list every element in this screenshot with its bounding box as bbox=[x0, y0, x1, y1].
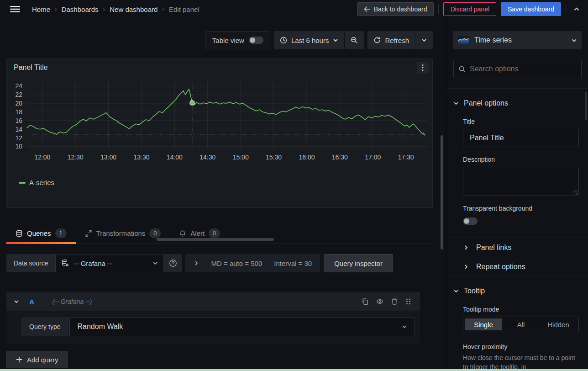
breadcrumb-separator bbox=[161, 5, 165, 13]
refresh-interval-dropdown[interactable] bbox=[415, 31, 433, 49]
back-to-dashboard-button[interactable]: Back to dashboard bbox=[357, 2, 434, 16]
breadcrumb-home[interactable]: Home bbox=[32, 5, 50, 13]
tab-queries[interactable]: Queries 1 bbox=[6, 223, 76, 244]
panel-links-label: Panel links bbox=[476, 244, 511, 252]
refresh-icon bbox=[373, 37, 381, 44]
chevron-down-icon bbox=[421, 37, 427, 43]
trash-icon bbox=[391, 298, 398, 305]
breadcrumb: Home Dashboards New dashboard Edit panel bbox=[32, 5, 200, 13]
title-label: Title bbox=[463, 118, 582, 125]
bottom-accent-bar bbox=[0, 369, 588, 371]
query-row-header[interactable]: A (-- Grafana --) bbox=[6, 292, 420, 311]
svg-text:12:30: 12:30 bbox=[68, 154, 84, 161]
svg-text:13:00: 13:00 bbox=[100, 154, 116, 161]
collapse-header-button[interactable] bbox=[571, 3, 583, 15]
clock-icon bbox=[280, 37, 287, 44]
tooltip-section-header[interactable]: Tooltip bbox=[453, 285, 485, 297]
top-bar-actions: Back to dashboard Discard panel Save das… bbox=[357, 2, 583, 16]
grafana-edit-panel-window: Home Dashboards New dashboard Edit panel… bbox=[0, 0, 588, 371]
panel-header: Panel Title bbox=[7, 59, 432, 76]
transparent-background-toggle[interactable] bbox=[463, 217, 478, 225]
time-series-chart[interactable]: 12:0012:3013:0013:3014:0014:3015:0015:30… bbox=[7, 76, 432, 176]
legend-item-a-series[interactable]: A-series bbox=[7, 176, 432, 186]
tab-count-badge: 1 bbox=[55, 228, 67, 238]
tooltip-mode-field: Tooltip mode bbox=[463, 306, 582, 313]
drag-query-handle[interactable] bbox=[404, 297, 413, 307]
add-query-label: Add query bbox=[27, 356, 58, 364]
svg-text:18: 18 bbox=[15, 108, 22, 116]
save-dashboard-button[interactable]: Save dashboard bbox=[501, 2, 561, 16]
main-vertical-scrollbar[interactable] bbox=[441, 135, 443, 249]
transparent-background-label: Transparent background bbox=[463, 205, 582, 212]
options-search-input[interactable] bbox=[470, 65, 577, 73]
panel-options-section-header[interactable]: Panel options bbox=[453, 97, 508, 109]
breadcrumb-new-dashboard[interactable]: New dashboard bbox=[110, 5, 158, 13]
query-editor-row-a: A (-- Grafana --) bbox=[6, 292, 420, 344]
query-editor-body: Query type Random Walk bbox=[6, 311, 420, 344]
panel-toolbar: Table view Last 6 hours bbox=[6, 31, 433, 49]
svg-text:15:00: 15:00 bbox=[233, 154, 249, 161]
svg-text:20: 20 bbox=[15, 100, 22, 107]
tab-transformations[interactable]: Transformations 0 bbox=[76, 223, 170, 244]
menu-toggle-button[interactable] bbox=[8, 4, 22, 15]
arrow-left-icon bbox=[364, 6, 370, 12]
repeat-options-section[interactable]: Repeat options bbox=[453, 257, 582, 276]
kebab-menu-icon bbox=[422, 64, 424, 71]
svg-text:17:30: 17:30 bbox=[398, 154, 414, 161]
editor-tabs: Queries 1 Transformations 0 Alert 0 bbox=[6, 223, 433, 244]
panel-title-input[interactable] bbox=[463, 129, 579, 147]
divider bbox=[447, 276, 588, 276]
tab-count-badge: 0 bbox=[149, 228, 161, 238]
datasource-label: Data source bbox=[6, 254, 55, 272]
breadcrumb-dashboards[interactable]: Dashboards bbox=[62, 5, 99, 13]
query-type-select[interactable]: Random Walk bbox=[69, 317, 415, 336]
discard-panel-button[interactable]: Discard panel bbox=[443, 2, 496, 16]
query-inspector-button[interactable]: Query inspector bbox=[324, 254, 393, 272]
chevron-down-icon bbox=[402, 324, 407, 329]
hover-proximity-label: Hover proximity bbox=[463, 343, 582, 350]
table-view-toggle[interactable] bbox=[249, 37, 263, 44]
copy-icon bbox=[362, 298, 369, 305]
add-query-button[interactable]: Add query bbox=[6, 351, 68, 368]
panel-menu-button[interactable] bbox=[417, 62, 429, 74]
duplicate-query-button[interactable] bbox=[360, 297, 370, 307]
visualization-picker[interactable]: Time series bbox=[453, 31, 582, 49]
chevron-right-icon bbox=[463, 264, 469, 270]
tooltip-mode-hidden[interactable]: Hidden bbox=[540, 318, 577, 330]
eye-icon bbox=[376, 298, 383, 305]
delete-query-button[interactable] bbox=[389, 297, 399, 307]
panel-links-section[interactable]: Panel links bbox=[453, 238, 582, 257]
interval-summary: Interval = 30 bbox=[274, 260, 312, 267]
options-sidebar: Time series Panel options Title Descript… bbox=[446, 18, 588, 371]
top-nav-bar: Home Dashboards New dashboard Edit panel… bbox=[0, 0, 588, 18]
description-label: Description bbox=[463, 156, 582, 163]
edit-panel-main: Table view Last 6 hours bbox=[0, 18, 446, 371]
chevron-down-icon bbox=[152, 260, 158, 266]
tooltip-mode-single[interactable]: Single bbox=[465, 318, 502, 330]
query-datasource-hint: (-- Grafana --) bbox=[52, 298, 92, 305]
panel-preview: Panel Title 12:0012:3013:0013:3014:0014:… bbox=[6, 58, 433, 208]
refresh-button[interactable]: Refresh bbox=[368, 31, 415, 49]
plus-icon bbox=[16, 356, 22, 363]
legend-label: A-series bbox=[29, 179, 54, 186]
tooltip-mode-all[interactable]: All bbox=[502, 318, 540, 330]
zoom-out-time-button[interactable] bbox=[345, 31, 364, 49]
divider bbox=[438, 4, 439, 14]
query-options-collapse[interactable]: MD = auto = 500 Interval = 30 bbox=[185, 254, 320, 272]
hamburger-icon bbox=[10, 5, 20, 13]
hover-proximity-field: Hover proximity bbox=[463, 343, 582, 350]
datasource-help-button[interactable] bbox=[164, 254, 182, 272]
sidebar-scrollbar[interactable] bbox=[585, 91, 587, 121]
panel-description-textarea[interactable] bbox=[463, 167, 579, 196]
visualization-name: Time series bbox=[474, 36, 512, 44]
tab-alert[interactable]: Alert 0 bbox=[170, 223, 229, 244]
database-icon bbox=[16, 230, 23, 237]
datasource-picker[interactable]: -- Grafana -- bbox=[55, 254, 164, 272]
title-field: Title bbox=[463, 118, 582, 147]
svg-text:13:30: 13:30 bbox=[133, 154, 149, 161]
toggle-query-visibility-button[interactable] bbox=[375, 297, 385, 307]
time-range-picker[interactable]: Last 6 hours bbox=[274, 31, 345, 49]
description-field: Description bbox=[463, 156, 582, 196]
svg-text:16: 16 bbox=[15, 117, 22, 124]
tooltip-mode-label: Tooltip mode bbox=[463, 306, 582, 313]
